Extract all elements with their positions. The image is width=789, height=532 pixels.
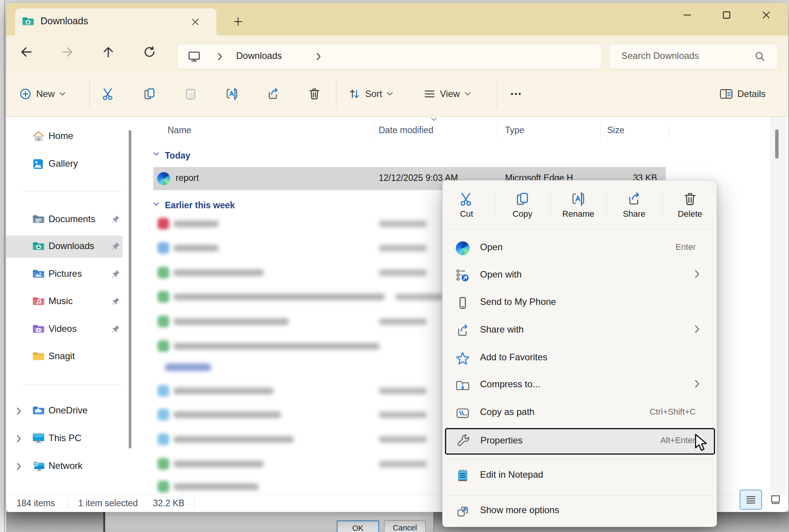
search-icon[interactable] [755,51,765,62]
sidebar-item-home[interactable]: Home [6,125,123,148]
group-collapse-chevron-icon[interactable] [153,152,159,156]
back-button[interactable] [15,41,37,63]
menu-item-add-to-favorites[interactable]: Add to Favorites [446,346,714,370]
icons-view-toggle[interactable] [764,490,787,510]
column-header-type[interactable]: Type [505,125,524,136]
menu-item-edit-in-notepad[interactable]: Edit in Notepad [446,463,714,488]
delete-button[interactable] [304,83,325,105]
pin-icon [111,325,120,334]
chevron-down-icon [387,92,393,96]
menu-item-open-with[interactable]: Open with [446,263,714,288]
chevron-down-icon [59,92,65,96]
view-button[interactable]: View [419,80,475,108]
sidebar-item-gallery[interactable]: Gallery [6,153,123,176]
maximize-button[interactable] [715,6,739,24]
sidebar-item-label: Home [49,130,73,141]
column-header-size[interactable]: Size [607,125,624,136]
sidebar-item-label: Videos [49,323,77,334]
toolbar-divider [89,79,90,109]
background-dialog: OK Cancel [103,512,434,532]
notepad-icon [456,469,470,483]
context-menu: Cut Copy Rename Share Delete Open Enter [442,180,717,527]
sidebar-item-videos[interactable]: Videos [6,318,123,341]
status-selected-size: 32.2 KB [153,498,185,509]
share-icon [456,324,470,338]
toolbar-divider [336,79,336,109]
group-collapse-chevron-icon[interactable] [153,202,159,206]
sidebar-divider [22,191,123,191]
menu-item-compress-to[interactable]: Compress to... [446,373,714,397]
tab-downloads[interactable]: Downloads [15,8,217,35]
command-bar: New Sort [6,72,788,117]
details-pane-button[interactable]: Details [715,80,770,108]
breadcrumb[interactable]: Downloads [236,50,282,61]
share-menu-button[interactable]: Share [609,187,660,226]
column-separator[interactable] [600,122,601,140]
refresh-button[interactable] [139,41,160,63]
sidebar-item-snagit[interactable]: Snagit [6,346,123,368]
sort-arrows-icon [348,88,361,100]
minimize-button[interactable] [675,6,699,24]
column-separator[interactable] [669,122,670,140]
sidebar-item-music[interactable]: Music [6,291,123,313]
forward-button[interactable] [57,41,78,63]
sidebar-item-this-pc[interactable]: This PC [6,428,123,450]
column-separator[interactable] [497,122,497,140]
sidebar-item-onedrive[interactable]: OneDrive [6,400,123,422]
copy-button[interactable] [139,83,160,105]
address-bar[interactable]: Downloads [177,44,601,69]
menu-item-send-to-my-phone[interactable]: Send to My Phone [446,290,714,315]
breadcrumb-chevron-icon[interactable] [217,53,223,60]
copy-menu-button[interactable]: Copy [497,187,548,226]
menu-action-separator [662,191,663,217]
more-options-button[interactable] [505,83,527,105]
chevron-down-icon [465,92,471,96]
sidebar-item-label: Music [49,296,73,306]
menu-item-share-with[interactable]: Share with [446,318,714,343]
chevron-right-icon[interactable] [16,435,22,443]
column-header-name[interactable]: Name [168,125,191,136]
music-folder-icon [32,296,45,306]
new-button[interactable]: New [15,80,70,108]
share-icon [609,191,660,207]
search-box[interactable]: Search Downloads [610,44,777,69]
breadcrumb-chevron-icon[interactable] [316,53,321,60]
cancel-button[interactable]: Cancel [384,520,426,532]
ok-button[interactable]: OK [337,520,379,532]
sidebar-item-network[interactable]: Network [6,455,123,478]
rename-button[interactable] [221,83,243,105]
scrollbar-thumb[interactable] [775,129,779,159]
rename-menu-button[interactable]: Rename [553,187,604,226]
group-header-today[interactable]: Today [165,151,190,161]
search-input[interactable]: Search Downloads [621,50,699,61]
menu-item-properties[interactable]: Properties Alt+Enter [445,428,715,455]
group-header-earlier-this-week[interactable]: Earlier this week [165,200,235,211]
close-button[interactable] [754,6,778,24]
cut-menu-button[interactable]: Cut [441,187,492,226]
tab-close-icon[interactable] [188,14,203,30]
column-header-date-modified[interactable]: Date modified [379,125,433,136]
up-button[interactable] [97,41,119,63]
sidebar-scrollbar[interactable] [129,130,131,448]
this-pc-icon[interactable] [188,50,200,62]
menu-item-open[interactable]: Open Enter [446,236,714,260]
blurred-group-header-last-week[interactable] [165,363,211,371]
mouse-cursor [693,433,709,452]
menu-item-show-more-options[interactable]: Show more options [446,499,714,523]
background-window-edge [0,0,6,532]
sidebar-item-downloads[interactable]: Downloads [6,236,123,258]
file-list-scrollbar[interactable] [770,117,786,495]
delete-menu-button[interactable]: Delete [665,187,715,226]
chevron-right-icon[interactable] [16,407,22,415]
sort-button[interactable]: Sort [344,80,398,108]
cut-button[interactable] [97,83,119,105]
column-separator[interactable] [374,122,374,140]
details-view-toggle[interactable] [740,490,762,510]
menu-item-copy-as-path[interactable]: Copy as path Ctrl+Shift+C [446,400,714,425]
paste-button[interactable] [180,83,201,105]
sidebar-item-documents[interactable]: Documents [6,209,123,231]
chevron-right-icon[interactable] [16,463,22,470]
new-tab-button[interactable] [230,14,246,29]
sidebar-item-pictures[interactable]: Pictures [6,263,123,286]
share-button[interactable] [262,83,284,105]
